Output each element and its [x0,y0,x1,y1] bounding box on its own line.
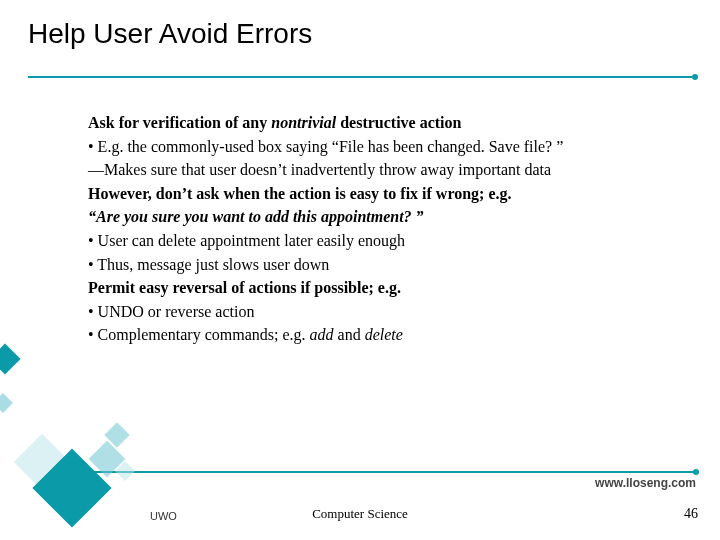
body-line: Thus, message just slows user down [88,254,688,276]
body-line: However, don’t ask when the action is ea… [88,183,688,205]
body-line: UNDO or reverse action [88,301,688,323]
body-line: Complementary commands; e.g. add and del… [88,324,688,346]
body-line: E.g. the commonly-used box saying “File … [88,136,688,158]
footer-url: www.lloseng.com [595,476,696,490]
slide-body: Ask for verification of any nontrivial d… [88,112,688,348]
body-line: Ask for verification of any nontrivial d… [88,112,688,134]
title-underline [28,76,692,78]
bottom-rule [70,471,694,473]
body-line: User can delete appointment later easily… [88,230,688,252]
body-line: “Are you sure you want to add this appoi… [88,206,688,228]
page-number: 46 [684,506,698,522]
slide: Help User Avoid Errors Ask for verificat… [0,0,720,540]
body-line: Makes sure that user doesn’t inadvertent… [88,159,688,181]
footer-mid: Computer Science [0,506,720,522]
slide-title: Help User Avoid Errors [28,18,312,50]
body-line: Permit easy reversal of actions if possi… [88,277,688,299]
